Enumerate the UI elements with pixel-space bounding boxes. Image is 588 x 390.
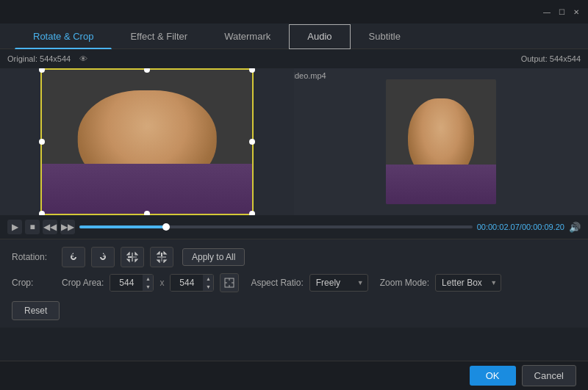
- cancel-button[interactable]: Cancel: [522, 365, 576, 386]
- crop-area-label: Crop Area:: [62, 278, 104, 288]
- crop-handle-bottom-right[interactable]: [249, 211, 255, 215]
- crop-handle-middle-left[interactable]: [39, 139, 45, 145]
- close-button[interactable]: ✕: [570, 6, 582, 18]
- aspect-ratio-select-wrap: Freely ▼: [309, 274, 368, 292]
- play-button[interactable]: ▶: [7, 220, 22, 234]
- crop-handle-bottom-center[interactable]: [144, 211, 150, 215]
- reset-row: Reset: [12, 298, 576, 320]
- rotation-row: Rotation: Apply to All: [12, 247, 576, 267]
- tab-rotate-crop[interactable]: Rotate & Crop: [15, 24, 112, 49]
- crop-handle-top-left[interactable]: [39, 68, 45, 73]
- aspect-ratio-label: Aspect Ratio:: [251, 278, 303, 288]
- crop-height-up[interactable]: ▲: [203, 275, 213, 283]
- reset-button[interactable]: Reset: [12, 301, 60, 320]
- minimize-button[interactable]: —: [541, 6, 553, 18]
- tab-effect-filter[interactable]: Effect & Filter: [112, 24, 206, 49]
- volume-icon[interactable]: 🔊: [569, 222, 581, 233]
- crop-width-spinners: ▲ ▼: [143, 275, 153, 291]
- dimension-separator: x: [159, 278, 164, 288]
- crop-box[interactable]: [40, 68, 254, 215]
- apply-to-all-button[interactable]: Apply to All: [182, 248, 245, 266]
- svg-rect-3: [161, 258, 162, 261]
- crop-handle-top-center[interactable]: [144, 68, 150, 73]
- tab-audio[interactable]: Audio: [289, 24, 350, 49]
- zoom-mode-select[interactable]: Letter Box: [435, 274, 501, 292]
- output-size-label: Output: 544x544: [521, 54, 581, 63]
- ok-button[interactable]: OK: [470, 366, 516, 386]
- current-time: 00:00:02.07: [477, 223, 520, 231]
- output-video-frame: [386, 79, 496, 204]
- tab-subtitle[interactable]: Subtitle: [351, 24, 419, 49]
- time-display: 00:00:02.07/00:00:09.20: [477, 223, 564, 231]
- aspect-ratio-select[interactable]: Freely: [309, 274, 368, 292]
- svg-rect-1: [133, 256, 137, 258]
- rotate-right-button[interactable]: [91, 247, 115, 267]
- video-preview-output: [294, 68, 588, 215]
- progress-track[interactable]: [79, 225, 473, 228]
- svg-rect-0: [128, 256, 132, 258]
- crop-height-down[interactable]: ▼: [203, 283, 213, 291]
- title-bar: — ☐ ✕: [0, 0, 588, 24]
- crop-height-input[interactable]: [171, 275, 203, 291]
- crop-width-down[interactable]: ▼: [143, 283, 153, 291]
- zoom-mode-label: Zoom Mode:: [380, 278, 429, 288]
- crop-width-input-wrap: ▲ ▼: [110, 274, 154, 292]
- crop-row: Crop: Crop Area: ▲ ▼ x ▲ ▼: [12, 273, 576, 292]
- play-controls: ▶ ■ ◀◀ ▶▶: [7, 220, 75, 234]
- controls-area: Rotation: Apply to All: [0, 239, 588, 328]
- crop-height-input-wrap: ▲ ▼: [170, 274, 214, 292]
- maximize-button[interactable]: ☐: [556, 6, 567, 18]
- progress-thumb[interactable]: [162, 223, 170, 231]
- rotate-left-button[interactable]: [62, 247, 85, 267]
- crop-handle-bottom-left[interactable]: [39, 211, 45, 215]
- crop-width-up[interactable]: ▲: [143, 275, 153, 283]
- next-frame-button[interactable]: ▶▶: [60, 220, 75, 234]
- tabs-bar: Rotate & Crop Effect & Filter Watermark …: [0, 24, 588, 49]
- flip-horizontal-button[interactable]: [121, 247, 144, 267]
- original-size-label: Original: 544x544: [7, 54, 71, 63]
- crop-label: Crop:: [12, 278, 56, 288]
- crop-overlay: [40, 68, 254, 215]
- flip-vertical-button[interactable]: [150, 247, 173, 267]
- prev-frame-button[interactable]: ◀◀: [43, 220, 57, 234]
- svg-rect-2: [161, 253, 162, 256]
- crop-center-button[interactable]: [220, 273, 239, 292]
- video-preview-original: [0, 68, 294, 215]
- crop-width-input[interactable]: [110, 275, 143, 291]
- crop-handle-middle-right[interactable]: [249, 139, 255, 145]
- tab-watermark[interactable]: Watermark: [206, 24, 289, 49]
- crop-height-spinners: ▲ ▼: [203, 275, 213, 291]
- visibility-icon[interactable]: 👁: [76, 52, 90, 65]
- playback-bar: ▶ ■ ◀◀ ▶▶ 00:00:02.07/00:00:09.20 🔊: [0, 215, 588, 239]
- crop-handle-top-right[interactable]: [249, 68, 255, 73]
- crop-container[interactable]: [40, 68, 254, 215]
- video-panels: normal video.mp4: [0, 68, 588, 215]
- stop-button[interactable]: ■: [25, 220, 40, 234]
- bottom-bar: OK Cancel: [0, 361, 588, 390]
- rotation-label: Rotation:: [12, 252, 56, 262]
- zoom-mode-select-wrap: Letter Box ▼: [435, 274, 501, 292]
- progress-fill: [79, 225, 166, 228]
- video-info-bar: Original: 544x544 👁 Output: 544x544: [0, 49, 588, 68]
- total-time: 00:00:09.20: [522, 223, 564, 231]
